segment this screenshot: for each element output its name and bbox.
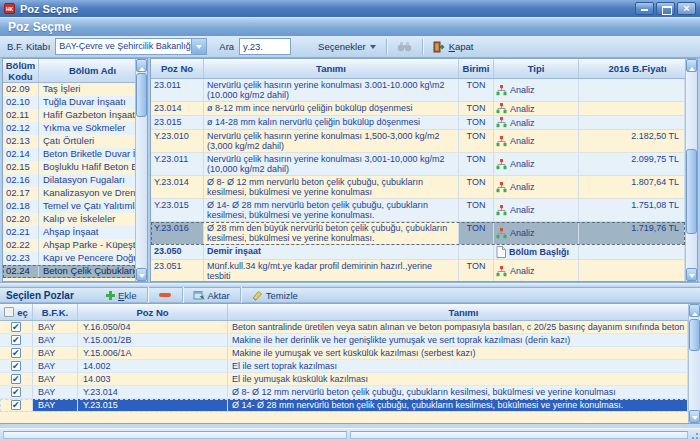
poz-row[interactable]: 23.011 Nervürlü çelik hasırın yerine kon… <box>151 79 685 102</box>
remove-button[interactable] <box>153 291 177 299</box>
poz-unit: TON <box>459 116 494 129</box>
scrollbar-thumb[interactable] <box>136 73 147 117</box>
section-row[interactable]: 02.16 Dilatasyon Fugaları <box>3 174 135 187</box>
row-select-cell[interactable] <box>0 373 33 385</box>
poz-row[interactable]: Y.23.016 Ø 28 mm den büyük nervürlü beto… <box>151 222 685 245</box>
poz-type-label: Analiz <box>510 118 535 128</box>
section-code: 02.13 <box>3 135 39 148</box>
row-select-cell[interactable] <box>0 321 33 333</box>
selected-poz-row[interactable]: BAY 14.003 El ile yumuşak küskülük kazıl… <box>0 373 688 386</box>
section-row[interactable]: 02.21 Ahşap İnşaat <box>3 226 135 239</box>
options-button[interactable]: Seçenekler <box>313 39 381 54</box>
section-row[interactable]: 02.13 Çatı Örtüleri <box>3 135 135 148</box>
column-header-bfk[interactable]: B.F.K. <box>33 304 78 320</box>
row-select-cell[interactable] <box>0 334 33 346</box>
column-header-tipi[interactable]: Tipi <box>494 59 579 78</box>
scrollbar-thumb[interactable] <box>686 149 697 234</box>
maximize-button[interactable] <box>656 2 675 15</box>
row-select-cell[interactable] <box>0 360 33 372</box>
column-header-bolum-adi[interactable]: Bölüm Adı <box>39 59 147 82</box>
poz-type: Analiz <box>494 130 579 152</box>
selected-poz-row[interactable]: BAY 14.002 El ile sert toprak kazılması <box>0 360 688 373</box>
checkbox-icon[interactable] <box>11 374 21 384</box>
poz-price: 2.099,75 TL <box>579 153 685 175</box>
column-header-poz-no[interactable]: Poz No <box>78 304 228 320</box>
scroll-down-icon[interactable] <box>686 268 697 281</box>
section-row[interactable]: 02.09 Taş İşleri <box>3 83 135 96</box>
minimize-button[interactable] <box>635 2 654 15</box>
poz-row[interactable]: 23.051 Münf.kull.34 kg/mt.ye kadar profi… <box>151 260 685 281</box>
scroll-up-icon[interactable] <box>136 59 147 72</box>
section-row[interactable]: 02.11 Hafif Gazbeton İnşaatı <box>3 109 135 122</box>
section-code: 02.10 <box>3 96 39 109</box>
transfer-button[interactable]: Aktar <box>188 290 235 301</box>
column-header-tanimi[interactable]: Tanımı <box>204 59 459 78</box>
chevron-down-icon[interactable] <box>191 39 206 54</box>
row-select-cell[interactable] <box>0 386 33 398</box>
checkbox-icon[interactable] <box>11 361 21 371</box>
selected-poz-row[interactable]: BAY Y.15.001/2B Makine ile her derinlik … <box>0 334 688 347</box>
scroll-up-icon[interactable] <box>686 59 697 72</box>
close-button[interactable] <box>677 2 696 15</box>
poz-type: Analiz <box>494 199 579 221</box>
poz-type: Analiz <box>494 260 579 281</box>
row-select-cell[interactable] <box>0 399 33 411</box>
column-header-sec[interactable]: eç <box>0 304 33 320</box>
section-row[interactable]: 02.18 Temel ve Çatı Yalıtımları <box>3 200 135 213</box>
poz-row[interactable]: Y.23.010 Nervürlü çelik hasırın yerine k… <box>151 130 685 153</box>
find-button[interactable] <box>392 39 417 54</box>
section-row[interactable]: 02.17 Kanalizasyon ve Drenaj İçin B <box>3 187 135 200</box>
scroll-down-icon[interactable] <box>136 268 147 281</box>
poz-row[interactable]: Y.23.011 Nervürlü çelik hasırın yerine k… <box>151 153 685 176</box>
row-select-cell[interactable] <box>0 347 33 359</box>
section-row[interactable]: 02.10 Tuğla Duvar İnşaatı <box>3 96 135 109</box>
checkbox-icon[interactable] <box>11 400 21 410</box>
poz-no: 23.014 <box>151 102 204 115</box>
search-input[interactable] <box>239 38 291 55</box>
checkbox-icon[interactable] <box>4 307 14 317</box>
poz-row[interactable]: 23.015 ø 14-28 mm kalın nervürlü çeliğin… <box>151 116 685 130</box>
poz-panel: Poz No Tanımı Birimi Tipi 2016 B.Fiyatı … <box>150 58 698 282</box>
bf-book-dropdown[interactable]: BAY-Çevre ve Şehircilik Bakanlığı <box>55 38 207 55</box>
title-bar: HK Poz Seçme <box>0 0 700 17</box>
close-dialog-button[interactable]: Kapat <box>428 39 479 55</box>
poz-row[interactable]: 23.014 ø 8-12 mm ince nervürlü çeliğin b… <box>151 102 685 116</box>
section-row[interactable]: 02.12 Yıkma ve Sökmeler <box>3 122 135 135</box>
column-header-tanimi[interactable]: Tanımı <box>228 304 700 320</box>
sections-scrollbar[interactable] <box>135 59 147 281</box>
section-row[interactable]: 02.22 Ahşap Parke - Küpeşte ve Lan <box>3 239 135 252</box>
poz-type-label: Analiz <box>510 104 535 114</box>
checkbox-icon[interactable] <box>11 348 21 358</box>
selected-poz-row[interactable]: BAY Y.16.050/04 Beton santralinde üretil… <box>0 321 688 334</box>
selected-poz-row[interactable]: BAY Y.23.014 Ø 8- Ø 12 mm nervürlü beton… <box>0 386 688 399</box>
poz-row[interactable]: Y.23.014 Ø 8- Ø 12 mm nervürlü beton çel… <box>151 176 685 199</box>
checkbox-icon[interactable] <box>11 322 21 332</box>
poz-scrollbar[interactable] <box>685 59 697 281</box>
selected-scrollbar[interactable] <box>688 304 700 423</box>
status-bar <box>0 428 700 441</box>
resize-grip[interactable] <box>689 430 698 439</box>
section-row[interactable]: 02.24 Beton Çelik Çubuklarının İşler <box>3 265 135 278</box>
section-code: 02.23 <box>3 252 39 265</box>
section-row[interactable]: 02.23 Kapı ve Pencere Doğramaları <box>3 252 135 265</box>
column-header-bolum-kodu[interactable]: Bölüm Kodu <box>3 59 39 82</box>
column-header-birimi[interactable]: Birimi <box>459 59 494 78</box>
section-row[interactable]: 02.14 Beton Briketle Duvar İnşaatı <box>3 148 135 161</box>
column-header-poz-no[interactable]: Poz No <box>151 59 204 78</box>
add-button[interactable]: Ekle <box>101 290 142 301</box>
scroll-down-icon[interactable] <box>689 410 700 423</box>
section-row[interactable]: 02.15 Boşluklu Hafif Beton Blok (As <box>3 161 135 174</box>
poz-row[interactable]: Y.23.015 Ø 14- Ø 28 mm nervürlü beton çe… <box>151 199 685 222</box>
checkbox-icon[interactable] <box>11 335 21 345</box>
selected-poz-row[interactable]: BAY Y.23.015 Ø 14- Ø 28 mm nervürlü beto… <box>0 399 688 412</box>
poz-type-label: Analiz <box>510 228 535 238</box>
poz-no: 23.015 <box>151 116 204 129</box>
scrollbar-thumb[interactable] <box>689 319 700 351</box>
checkbox-icon[interactable] <box>11 387 21 397</box>
column-header-fiyat[interactable]: 2016 B.Fiyatı <box>579 59 697 78</box>
selected-poz-row[interactable]: BAY Y.15.006/1A Makine ile yumuşak ve se… <box>0 347 688 360</box>
section-row[interactable]: 02.20 Kalıp ve İskeleler <box>3 213 135 226</box>
clear-button[interactable]: Temizle <box>246 290 303 301</box>
poz-row[interactable]: 23.050 Demir inşaat Bölüm Başlığı <box>151 245 685 260</box>
scroll-up-icon[interactable] <box>689 304 700 317</box>
